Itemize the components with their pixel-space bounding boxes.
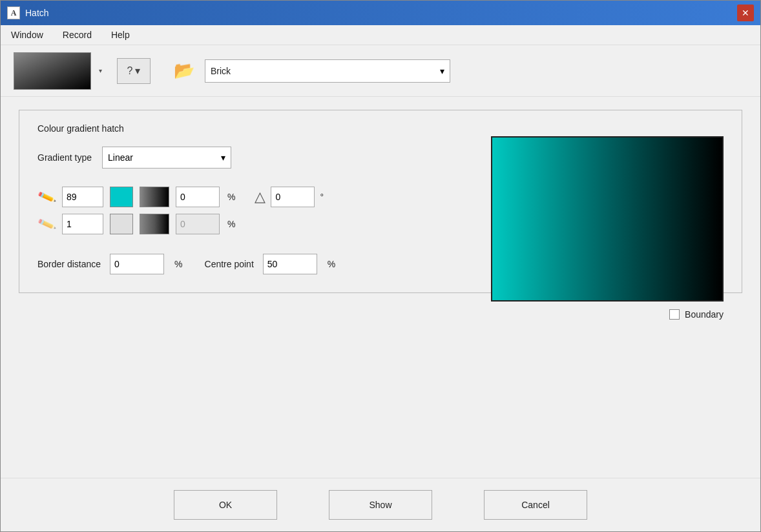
angle-group: △ °	[255, 187, 324, 207]
boundary-checkbox[interactable]	[669, 309, 680, 320]
gradient-dropdown-arrow[interactable]: ▾	[94, 65, 107, 77]
toolbar: ▾ ? ▾ 📂 Brick ▾	[1, 45, 760, 97]
centre-point-label: Centre point	[205, 259, 254, 269]
value-input-1[interactable]	[62, 187, 103, 207]
border-distance-input[interactable]	[110, 254, 164, 274]
gradient-swatch-1[interactable]	[140, 187, 169, 207]
border-distance-label: Border distance	[37, 259, 101, 269]
boundary-label: Boundary	[685, 309, 724, 320]
ok-button[interactable]: OK	[174, 490, 277, 520]
question-mark: ?	[127, 65, 133, 77]
centre-point-input[interactable]	[263, 254, 317, 274]
title-bar-left: A Hatch	[7, 6, 49, 19]
color-swatch-1[interactable]	[110, 187, 133, 207]
menu-record[interactable]: Record	[59, 28, 96, 42]
footer: OK Show Cancel	[1, 478, 760, 531]
gradient-preview-group: ▾	[14, 52, 107, 90]
window-title: Hatch	[25, 8, 49, 18]
folder-icon[interactable]: 📂	[174, 61, 194, 81]
centre-percent-label: %	[328, 259, 335, 269]
degree-input[interactable]	[271, 187, 315, 207]
app-icon: A	[7, 6, 20, 19]
title-bar: A Hatch ✕	[1, 1, 760, 25]
menu-bar: Window Record Help	[1, 25, 760, 45]
hatch-name-text: Brick	[211, 66, 231, 76]
question-dropdown-arrow: ▾	[135, 65, 140, 77]
degree-label: °	[320, 192, 324, 202]
percent-label-1: %	[227, 192, 235, 202]
percent-input-2[interactable]	[176, 214, 220, 234]
gradient-preview-box	[491, 136, 724, 302]
gradient-preview-swatch[interactable]	[14, 52, 91, 90]
value-input-2[interactable]	[62, 214, 103, 234]
gradient-swatch-2[interactable]	[140, 214, 169, 234]
close-button[interactable]: ✕	[737, 5, 754, 21]
main-window: A Hatch ✕ Window Record Help ▾ ? ▾ 📂 Bri…	[0, 0, 761, 532]
border-percent-label: %	[174, 259, 182, 269]
hatch-dropdown-arrow: ▾	[440, 66, 444, 76]
gradient-type-select[interactable]: Linear ▾	[102, 147, 231, 169]
percent-input-1[interactable]	[176, 187, 220, 207]
cancel-button[interactable]: Cancel	[484, 490, 587, 520]
angle-icon: △	[255, 189, 266, 205]
show-button[interactable]: Show	[329, 490, 432, 520]
pencil-icon-2[interactable]: ✏️	[35, 212, 58, 236]
menu-window[interactable]: Window	[7, 28, 47, 42]
menu-help[interactable]: Help	[107, 28, 134, 42]
question-button[interactable]: ? ▾	[117, 58, 151, 84]
pencil-icon-1[interactable]: ✏️	[35, 185, 58, 209]
section-title: Colour gradient hatch	[37, 123, 724, 134]
boundary-row: Boundary	[669, 309, 724, 320]
gradient-type-label: Gradient type	[37, 152, 92, 163]
gradient-type-arrow: ▾	[221, 152, 225, 163]
hatch-name-dropdown[interactable]: Brick ▾	[205, 59, 450, 83]
percent-label-2: %	[227, 219, 235, 229]
section-border: Colour gradient hatch Gradient type Line…	[19, 110, 742, 293]
color-swatch-2[interactable]	[110, 214, 133, 234]
main-content: Colour gradient hatch Gradient type Line…	[1, 97, 760, 478]
preview-area: Boundary	[491, 136, 724, 320]
gradient-type-value: Linear	[108, 152, 133, 163]
